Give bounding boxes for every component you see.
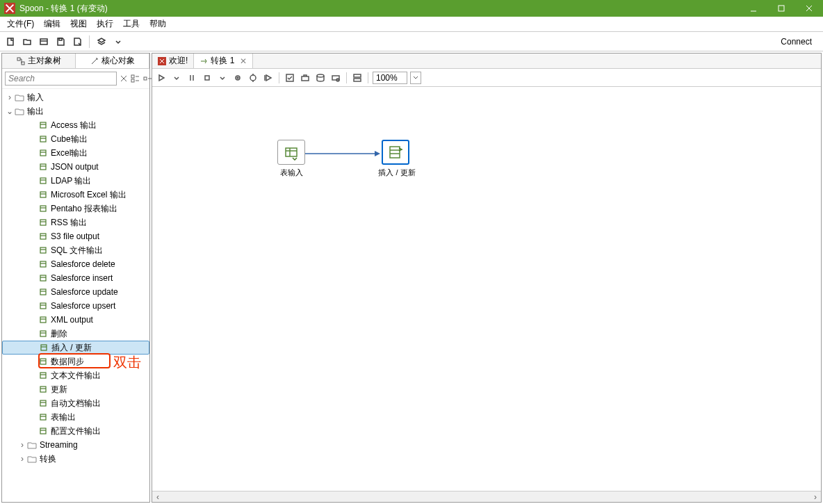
svg-rect-71 [302, 76, 309, 81]
step-table-input[interactable] [277, 140, 305, 165]
show-results-icon[interactable] [351, 72, 364, 84]
menu-view[interactable]: 视图 [66, 17, 91, 31]
tree-step-item[interactable]: Salesforce update [2, 285, 149, 299]
svg-rect-1 [779, 6, 784, 11]
folder-icon [27, 455, 37, 463]
tree-step-item[interactable]: Pentaho 报表输出 [2, 202, 149, 216]
step-icon [38, 218, 48, 227]
menu-run[interactable]: 执行 [92, 17, 117, 31]
svg-rect-76 [354, 79, 361, 81]
tree-step-item[interactable]: Salesforce insert [2, 271, 149, 285]
replay-icon[interactable] [262, 72, 275, 84]
verify-icon[interactable] [284, 72, 296, 84]
zoom-dropdown-icon[interactable] [410, 72, 421, 84]
tree-step-item[interactable]: SQL 文件输出 [2, 243, 149, 257]
tree-category-transform[interactable]: › 转换 [2, 452, 149, 466]
step-icon [38, 204, 48, 213]
tree-step-item[interactable]: 更新 [2, 382, 149, 396]
horizontal-scrollbar[interactable]: ‹ › [152, 491, 821, 502]
explore-db-icon[interactable] [329, 72, 342, 84]
editor-tabs: 欢迎! 转换 1 ✕ [152, 54, 821, 69]
dropdown-icon[interactable] [112, 35, 124, 48]
impact-icon[interactable] [299, 72, 311, 84]
explore-icon[interactable] [38, 35, 50, 48]
svg-rect-24 [40, 192, 46, 197]
svg-rect-32 [40, 247, 46, 253]
tab-object-tree-label: 主对象树 [28, 55, 61, 67]
svg-rect-28 [40, 220, 46, 225]
step-insert-update[interactable] [382, 140, 409, 165]
search-input[interactable] [5, 72, 117, 86]
tree-view[interactable]: › 输入 ⌄ 输出 Access 输出Cube输出Excel输出JSON out… [2, 89, 149, 502]
step-icon [38, 120, 48, 130]
tree-step-item[interactable]: Salesforce delete [2, 257, 149, 271]
tree-step-item[interactable]: 自动文档输出 [2, 396, 149, 410]
tree-step-item[interactable]: RSS 输出 [2, 216, 149, 229]
menu-help[interactable]: 帮助 [145, 17, 170, 31]
close-button[interactable] [795, 0, 823, 17]
canvas[interactable]: 表输入 插入 / 更新 [152, 87, 821, 491]
svg-rect-30 [40, 234, 46, 239]
tree-step-item[interactable]: 插入 / 更新 [2, 341, 149, 355]
preview-icon[interactable] [231, 72, 244, 84]
expand-tree-icon[interactable] [131, 72, 140, 85]
svg-rect-63 [205, 76, 209, 80]
menu-edit[interactable]: 编辑 [40, 17, 65, 31]
save-icon[interactable] [54, 35, 67, 48]
menu-tools[interactable]: 工具 [119, 17, 144, 31]
tree-step-item[interactable]: S3 file output [2, 229, 149, 243]
tab-object-tree[interactable]: 主对象树 [2, 54, 76, 68]
svg-rect-20 [40, 164, 46, 170]
hop-arrow[interactable] [305, 149, 382, 160]
pause-icon[interactable] [186, 72, 198, 84]
welcome-tab-icon [158, 57, 166, 65]
tree-category-output[interactable]: ⌄ 输出 [2, 104, 149, 118]
step-icon [38, 134, 48, 144]
tab-transform-1[interactable]: 转换 1 ✕ [194, 54, 253, 68]
tree-step-item[interactable]: Excel输出 [2, 146, 149, 160]
clear-search-icon[interactable] [120, 72, 128, 85]
tree-step-item[interactable]: 删除 [2, 327, 149, 341]
tree-step-item[interactable]: JSON output [2, 160, 149, 174]
tab-welcome[interactable]: 欢迎! [152, 54, 194, 68]
scroll-right-icon[interactable]: › [810, 492, 821, 502]
perspective-icon[interactable] [95, 35, 108, 48]
open-file-icon[interactable] [21, 35, 33, 48]
tab-core-objects[interactable]: 核心对象 [76, 54, 149, 68]
tree-category-input[interactable]: › 输入 [2, 90, 149, 104]
svg-rect-9 [131, 79, 134, 82]
menu-file[interactable]: 文件(F) [3, 17, 38, 31]
maximize-button[interactable] [767, 0, 795, 17]
svg-rect-46 [41, 345, 47, 350]
tree-step-item[interactable]: Cube输出 [2, 132, 149, 146]
dropdown-icon[interactable] [170, 72, 183, 84]
close-tab-icon[interactable]: ✕ [240, 56, 247, 66]
step-icon [39, 343, 49, 352]
new-file-icon[interactable] [4, 35, 17, 48]
title-bar: Spoon - 转换 1 (有变动) [0, 0, 823, 17]
tree-step-item[interactable]: 配置文件输出 [2, 424, 149, 438]
tree-step-item[interactable]: XML output [2, 313, 149, 327]
tree-step-item[interactable]: Microsoft Excel 输出 [2, 188, 149, 202]
connect-button[interactable]: Connect [774, 35, 819, 48]
sql-icon[interactable] [314, 72, 327, 84]
window-title: Spoon - 转换 1 (有变动) [19, 3, 740, 15]
debug-icon[interactable] [247, 72, 259, 84]
minimize-button[interactable] [740, 0, 767, 17]
svg-rect-12 [144, 77, 147, 80]
scroll-left-icon[interactable]: ‹ [152, 492, 163, 502]
tree-category-streaming[interactable]: › Streaming [2, 438, 149, 452]
svg-rect-34 [40, 261, 46, 267]
svg-rect-75 [354, 74, 361, 77]
svg-rect-6 [17, 58, 20, 60]
stop-icon[interactable] [201, 72, 213, 84]
run-icon[interactable] [155, 72, 168, 84]
tree-step-item[interactable]: Salesforce upsert [2, 299, 149, 313]
tree-step-item[interactable]: 表输出 [2, 410, 149, 424]
save-as-icon[interactable] [71, 35, 83, 48]
zoom-input[interactable] [373, 72, 407, 84]
svg-rect-38 [40, 289, 46, 295]
tree-step-item[interactable]: LDAP 输出 [2, 174, 149, 188]
dropdown-icon[interactable] [216, 72, 229, 84]
tree-step-item[interactable]: Access 输出 [2, 118, 149, 132]
